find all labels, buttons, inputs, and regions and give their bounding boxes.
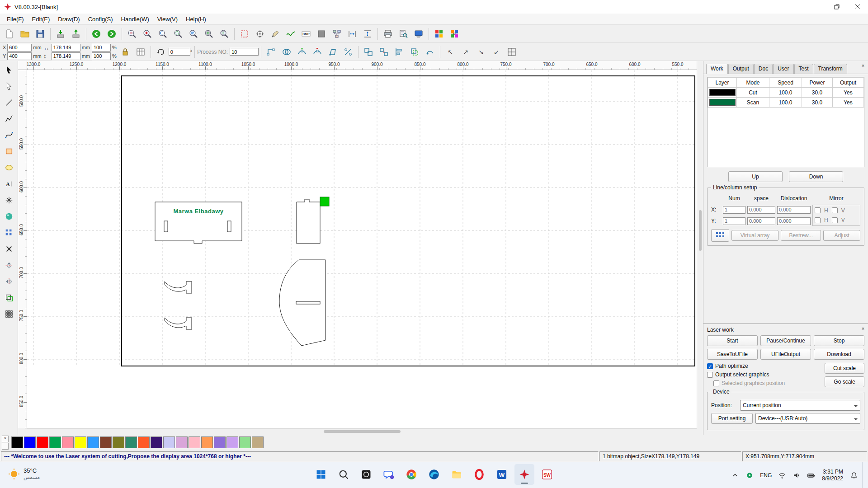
path-optimize-checkbox[interactable]: ✓ — [707, 363, 713, 369]
volume-button[interactable] — [790, 466, 803, 484]
download-button[interactable]: Download — [814, 349, 864, 360]
hook-shape-2[interactable] — [165, 318, 192, 329]
anchor-handle[interactable] — [320, 197, 329, 206]
layer-speed[interactable]: 100.0 — [769, 98, 802, 108]
group-button[interactable] — [361, 44, 376, 60]
palette-swatch[interactable] — [62, 436, 74, 448]
node-edit-mode-button[interactable] — [264, 44, 279, 60]
mirror-horizontal-tool[interactable] — [2, 274, 16, 289]
language-button[interactable]: ENG — [758, 466, 774, 484]
print-button[interactable] — [380, 26, 396, 42]
mirror-vertical-tool[interactable] — [2, 258, 16, 272]
layer-power[interactable]: 30.0 — [802, 98, 833, 108]
wifi-button[interactable] — [776, 466, 788, 484]
delete-tool[interactable] — [2, 242, 16, 256]
menu-config[interactable]: Config(S) — [84, 14, 117, 24]
preview-button[interactable] — [396, 26, 411, 42]
layer-row[interactable]: Scan 100.0 30.0 Yes — [708, 98, 864, 108]
save-button[interactable] — [33, 26, 48, 42]
rectangle-tool[interactable] — [2, 144, 16, 159]
zoom-window-button[interactable] — [155, 26, 170, 42]
mirror-xh-checkbox[interactable] — [815, 207, 821, 213]
process-no-field[interactable]: 10 — [230, 48, 259, 56]
tab-transform[interactable]: Transform — [814, 64, 847, 74]
horizontal-ruler[interactable]: 1300.0 1250.0 1200.0 1150.0 1100.0 1050.… — [27, 61, 697, 70]
laser-to-bottom-right-button[interactable]: ↘ — [473, 44, 489, 60]
x-space-field[interactable]: 0.000 — [747, 206, 775, 214]
notification-button[interactable] — [848, 466, 860, 484]
save-to-ufile-button[interactable]: SaveToUFile — [707, 349, 758, 360]
text-tool[interactable]: A — [2, 177, 16, 191]
x-num-field[interactable]: 1 — [723, 206, 745, 214]
simulate-button[interactable] — [411, 26, 426, 42]
curve-close-button[interactable] — [325, 44, 340, 60]
taskbar-chat[interactable] — [379, 464, 399, 485]
go-scale-button[interactable]: Go scale — [825, 376, 864, 387]
tab-work[interactable]: Work — [706, 64, 728, 74]
palette-swatch[interactable] — [100, 436, 112, 448]
x-position-field[interactable]: 600 — [7, 44, 32, 52]
export-button[interactable] — [68, 26, 84, 42]
plate-shape[interactable]: Marwa Elbadawy — [155, 202, 242, 244]
palette-swatch[interactable] — [75, 436, 86, 448]
node-delete-button[interactable] — [310, 44, 325, 60]
tray-app-button[interactable] — [743, 466, 756, 484]
layer-row[interactable]: Cut 100.0 30.0 Yes — [708, 88, 864, 98]
output-select-checkbox[interactable] — [707, 372, 713, 378]
tab-test[interactable]: Test — [794, 64, 813, 74]
rotation-field[interactable]: 0 — [169, 48, 190, 56]
offset-poly-button[interactable] — [407, 44, 422, 60]
redo-button[interactable] — [104, 26, 119, 42]
mirror-xv-checkbox[interactable] — [832, 207, 838, 213]
restore-button[interactable] — [826, 0, 847, 14]
undo-button[interactable] — [89, 26, 104, 42]
height-field[interactable]: 178.149 — [52, 52, 80, 60]
reverse-direction-button[interactable] — [422, 44, 438, 60]
menu-draw[interactable]: Draw(D) — [54, 14, 84, 24]
palette-swatch[interactable] — [163, 436, 175, 448]
y-num-field[interactable]: 1 — [723, 217, 745, 225]
array-preview-panel-button[interactable] — [711, 229, 729, 242]
laser-to-top-left-button[interactable]: ↖ — [443, 44, 458, 60]
zoom-screen-button[interactable] — [186, 26, 201, 42]
curve-cut-button[interactable] — [340, 44, 356, 60]
palette-swatch[interactable] — [37, 436, 48, 448]
layer-output[interactable]: Yes — [833, 88, 864, 98]
palette-dock-button[interactable] — [2, 443, 9, 450]
hook-shape-1[interactable] — [165, 282, 192, 293]
mirror-yh-checkbox[interactable] — [815, 217, 821, 223]
size-table-button[interactable] — [133, 44, 148, 60]
shield-shape[interactable] — [279, 260, 326, 346]
bmp-button[interactable]: BMP — [298, 26, 314, 42]
taskbar-explorer[interactable] — [447, 464, 467, 485]
frame-select-button[interactable] — [237, 26, 252, 42]
select-tool[interactable] — [2, 63, 16, 77]
tab-doc[interactable]: Doc — [754, 64, 773, 74]
minimize-button[interactable] — [806, 0, 826, 14]
taskbar-edge[interactable] — [424, 464, 444, 485]
drawing-canvas[interactable]: Marwa Elbadawy — [27, 70, 697, 428]
horizontal-scrollbar[interactable] — [27, 428, 697, 435]
adjust-button[interactable]: Adjust — [823, 230, 860, 241]
palette-swatch[interactable] — [239, 436, 251, 448]
pause-continue-button[interactable]: Pause/Continue — [760, 335, 811, 346]
taskbar-chrome[interactable] — [401, 464, 421, 485]
taskbar-photos[interactable] — [356, 464, 376, 485]
open-button[interactable] — [17, 26, 33, 42]
menu-view[interactable]: View(V) — [153, 14, 182, 24]
battery-button[interactable] — [805, 466, 817, 484]
stop-button[interactable]: Stop — [814, 335, 864, 346]
tab-user[interactable]: User — [773, 64, 793, 74]
layer-up-button[interactable]: Up — [728, 171, 783, 182]
point-pick-button[interactable] — [252, 26, 268, 42]
virtual-array-button[interactable]: Virtual array — [731, 230, 778, 241]
y-space-field[interactable]: 0.000 — [747, 217, 775, 225]
fill-button[interactable] — [314, 26, 329, 42]
taskbar-search[interactable] — [334, 464, 354, 485]
vertical-scrollbar[interactable] — [697, 61, 703, 428]
start-button[interactable] — [311, 464, 331, 485]
array-output-button[interactable] — [431, 26, 447, 42]
v-distance-button[interactable] — [360, 26, 375, 42]
show-desktop-button[interactable] — [862, 462, 864, 488]
lock-ratio-button[interactable] — [118, 44, 133, 60]
